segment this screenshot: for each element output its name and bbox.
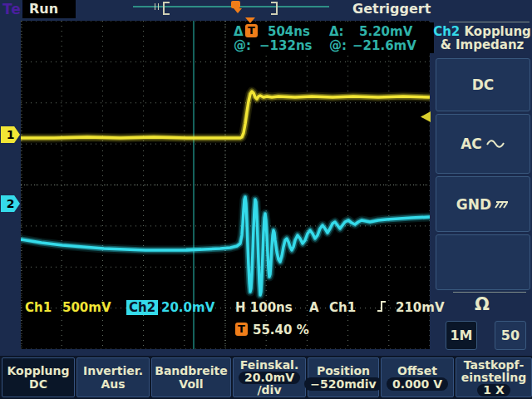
menu-value: Aus	[77, 377, 149, 391]
menu-title2: einstellng	[456, 372, 531, 384]
menu-value: DC	[2, 377, 74, 391]
menu-feinskal-button[interactable]: Feinskal. 20.0mV /div	[233, 357, 306, 397]
trigger-source: Ch1	[329, 300, 356, 315]
menu-invertier-button[interactable]: Invertier. Aus	[76, 357, 150, 397]
trigger-position-flag-icon	[231, 1, 240, 8]
coupling-dc-button[interactable]: DC	[436, 58, 530, 111]
record-tick	[155, 3, 155, 10]
panel-title-line2: & Impedanz	[441, 37, 525, 52]
rising-edge-icon	[376, 299, 387, 313]
ch2-scale: 20.0mV	[161, 300, 214, 315]
menu-title: Offset	[382, 364, 453, 377]
menu-value: −520mdiv	[304, 377, 382, 391]
trigger-t-badge-icon: T	[245, 24, 258, 37]
coupling-dc-label: DC	[472, 76, 495, 93]
menu-value: 1 X	[477, 384, 510, 397]
menu-title: Kopplung	[2, 364, 74, 377]
at-time-label: @:	[234, 38, 251, 53]
record-window-left-bracket	[163, 2, 170, 15]
horizontal-scale: H 100ns	[235, 300, 293, 315]
menu-suffix: /div	[234, 384, 305, 397]
menu-offset-button[interactable]: Offset 0.000 V	[381, 357, 454, 397]
at-time-value: −132ns	[259, 38, 313, 53]
sine-wave-icon	[485, 138, 505, 150]
oscilloscope-screen: Tek Run Getriggert Δ T 504ns Δ: 5.20mV @…	[0, 0, 532, 399]
acquisition-status: Run	[29, 1, 58, 17]
menu-title: Tastkopf-	[456, 359, 531, 372]
delta-volts-label: Δ:	[329, 24, 344, 39]
panel-title: Ch2 Kopplung & Impedanz	[432, 25, 532, 52]
trigger-position-percent: 55.40 %	[253, 323, 309, 337]
coupling-gnd-button[interactable]: GND	[436, 176, 530, 232]
menu-value: 0.000 V	[387, 377, 448, 391]
menu-title: Position	[308, 364, 378, 377]
impedance-symbol: Ω	[432, 294, 532, 314]
trigger-mode-label: A	[309, 300, 319, 315]
panel-divider	[449, 22, 530, 22]
record-window-right-bracket	[271, 2, 278, 15]
trigger-t-badge-icon: T	[235, 323, 248, 336]
menu-value: 20.0mV	[239, 372, 300, 384]
impedance-1m-button[interactable]: 1M	[446, 321, 477, 350]
trigger-position-arrow-icon	[234, 8, 242, 13]
menu-title: Feinskal.	[234, 359, 305, 372]
menu-value: Voll	[152, 377, 230, 391]
coupling-ac-button[interactable]: AC	[436, 114, 530, 174]
ch1-position-marker: 1	[1, 126, 20, 143]
menu-position-button[interactable]: Position −520mdiv	[308, 357, 379, 397]
menu-tastkopf-button[interactable]: Tastkopf- einstellng 1 X	[456, 357, 532, 397]
menu-title: Invertier.	[77, 364, 149, 377]
ch1-scale: 500mV	[62, 300, 111, 315]
coupling-ac-label: AC	[461, 135, 482, 152]
at-volts-value: −21.6mV	[352, 38, 416, 53]
ch2-label-badge: Ch2	[126, 300, 158, 315]
ch1-label: Ch1	[25, 300, 52, 315]
record-tick	[158, 3, 159, 10]
blank-panel-button[interactable]	[436, 234, 530, 290]
trigger-status: Getriggert	[352, 1, 431, 17]
impedance-divider	[453, 292, 526, 293]
ground-icon	[495, 199, 510, 210]
delta-symbol: Δ	[234, 24, 244, 39]
delta-time-value: 504ns	[268, 24, 310, 39]
menu-title: Bandbreite	[152, 364, 230, 377]
impedance-50-button[interactable]: 50	[495, 321, 526, 350]
menu-bandbreite-button[interactable]: Bandbreite Voll	[151, 357, 231, 397]
delta-volts-value: 5.20mV	[359, 24, 412, 39]
coupling-gnd-label: GND	[456, 196, 491, 213]
menu-kopplung-button[interactable]: Kopplung DC	[2, 357, 75, 397]
ch2-position-marker: 2	[1, 195, 20, 212]
trigger-marker-arrow-icon	[245, 17, 255, 23]
at-volts-label: @:	[329, 38, 347, 53]
